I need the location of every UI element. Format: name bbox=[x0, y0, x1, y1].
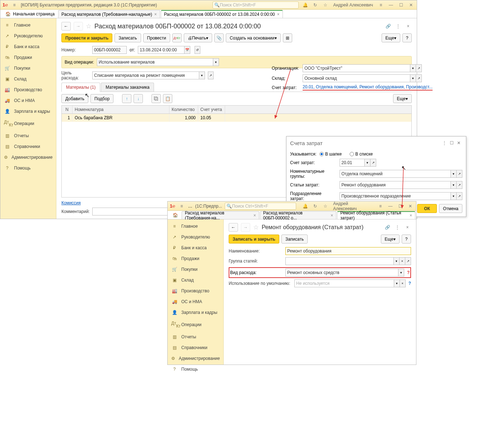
dropdown-icon[interactable]: ▾ bbox=[394, 257, 400, 265]
sidebar-item-main[interactable]: ≡Главное bbox=[0, 20, 56, 31]
close-page-icon[interactable]: × bbox=[405, 23, 412, 30]
sidebar-item-bank[interactable]: ₽Банк и касса bbox=[168, 242, 223, 253]
kebab-icon[interactable]: ⋮ bbox=[395, 23, 402, 30]
save-button[interactable]: Записать bbox=[281, 235, 308, 244]
tab-home[interactable]: 🏠 Начальная страница bbox=[3, 10, 57, 18]
forward-button[interactable]: → bbox=[241, 223, 250, 232]
cost-account-link[interactable]: 20.01, Отделка помещений, Ремонт оборудо… bbox=[303, 84, 433, 91]
sidebar-item-warehouse[interactable]: ▣Склад bbox=[0, 74, 56, 84]
tab-home[interactable]: 🏠 bbox=[170, 211, 181, 219]
sidebar-item-purchases[interactable]: 🛒Покупки bbox=[0, 63, 56, 74]
dropdown-icon[interactable]: ▾ bbox=[365, 159, 370, 167]
clear-icon[interactable]: × bbox=[400, 279, 406, 287]
sidebar-item-production[interactable]: 🏭Производство bbox=[0, 84, 56, 95]
open-icon[interactable]: ↗ bbox=[416, 74, 422, 82]
dropdown-icon[interactable]: ▾ bbox=[451, 170, 457, 178]
sidebar-item-catalogs[interactable]: ▤Справочники bbox=[0, 141, 56, 152]
sidebar-item-hr[interactable]: 👤Зарплата и кадры bbox=[168, 307, 223, 318]
close-icon[interactable]: ✕ bbox=[407, 203, 414, 210]
pick-button[interactable]: Подбор bbox=[90, 94, 113, 103]
tab-document[interactable]: Расход материалов 00БП-000002 о...× bbox=[260, 211, 336, 219]
tab-close-icon[interactable]: × bbox=[253, 213, 256, 218]
link-icon[interactable]: 🔗 bbox=[384, 23, 392, 30]
sidebar-item-admin[interactable]: ⚙Администрирование bbox=[168, 353, 223, 364]
popup-cancel-button[interactable]: Отмена bbox=[439, 204, 462, 213]
post-button[interactable]: Провести bbox=[143, 33, 170, 42]
subtab-materials[interactable]: Материалы (1) bbox=[61, 83, 100, 92]
tab-list[interactable]: Расход материалов (Требования-накладные)… bbox=[58, 10, 160, 18]
date-input[interactable]: 13.08.2024 0:00:00 bbox=[138, 46, 185, 54]
more-button[interactable]: Еще ▾ bbox=[382, 33, 400, 42]
purpose-input[interactable]: Списание материалов на ремонт помещения bbox=[92, 71, 199, 79]
dropdown-icon[interactable]: ▾ bbox=[451, 181, 457, 189]
create-based-button[interactable]: Создать на основании ▾ bbox=[226, 33, 281, 42]
paste-icon[interactable]: 📋 bbox=[163, 94, 172, 103]
user-name[interactable]: Андрей Алексеевич bbox=[332, 3, 374, 8]
bell-icon[interactable]: 🔔 bbox=[302, 203, 309, 210]
radio-list[interactable]: В списке bbox=[350, 152, 373, 157]
dropdown-icon[interactable]: ▾ bbox=[199, 71, 205, 79]
sidebar-item-main[interactable]: ≡Главное bbox=[168, 221, 223, 232]
tab-close-icon[interactable]: × bbox=[331, 213, 333, 218]
field-help-icon[interactable]: ? bbox=[409, 281, 411, 286]
sidebar-item-bank[interactable]: ₽Банк и касса bbox=[0, 41, 56, 52]
grp-input[interactable] bbox=[285, 257, 394, 265]
history-icon[interactable]: ↻ bbox=[312, 203, 319, 210]
post-and-close-button[interactable]: Провести и закрыть bbox=[61, 33, 112, 42]
calendar-icon[interactable]: 📅 bbox=[185, 46, 190, 54]
tab-close-icon[interactable]: × bbox=[410, 213, 412, 218]
move-up-icon[interactable]: ↑ bbox=[122, 94, 131, 103]
dropdown-icon[interactable]: ▾ bbox=[410, 74, 416, 82]
dropdown-icon[interactable]: ▾ bbox=[213, 58, 219, 66]
more-button[interactable]: Еще ▾ bbox=[381, 235, 400, 244]
bell-icon[interactable]: 🔔 bbox=[302, 1, 309, 9]
user-name[interactable]: Андрей Алексеевич bbox=[332, 201, 374, 211]
settings-icon[interactable]: ≡ bbox=[377, 1, 384, 9]
name-input[interactable]: Ремонт оборудования bbox=[285, 247, 411, 255]
dropdown-icon[interactable]: ▾ bbox=[398, 269, 404, 277]
tab-document[interactable]: Расход материалов 00БП-000002 от 13.08.2… bbox=[161, 10, 283, 18]
sidebar-item-manager[interactable]: ↗Руководителю bbox=[0, 31, 56, 41]
help-button[interactable]: ? bbox=[402, 235, 411, 244]
sidebar-item-production[interactable]: 🏭Производство bbox=[168, 286, 223, 296]
sidebar-item-catalogs[interactable]: ▤Справочники bbox=[168, 342, 223, 353]
copy-icon[interactable]: ⿻ bbox=[151, 94, 161, 103]
grid-more-button[interactable]: Еще ▾ bbox=[393, 94, 412, 103]
help-button[interactable]: ? bbox=[402, 33, 412, 42]
sidebar-item-manager[interactable]: ↗Руководителю bbox=[168, 232, 223, 242]
table-row[interactable]: 1 Ось барабана ZBR 1,000 10.05 bbox=[62, 114, 411, 122]
popup-maximize-icon[interactable]: ☐ bbox=[448, 139, 455, 147]
save-and-close-button[interactable]: Записать и закрыть bbox=[229, 235, 279, 244]
sidebar-item-purchases[interactable]: 🛒Покупки bbox=[168, 264, 223, 275]
kind-input[interactable]: Ремонт основных средств bbox=[285, 269, 398, 277]
use-input[interactable]: Не используется bbox=[294, 279, 394, 287]
star-icon[interactable]: ☆ bbox=[322, 1, 329, 9]
close-icon[interactable]: ✕ bbox=[407, 1, 415, 9]
operation-input[interactable]: Использование материалов bbox=[97, 58, 213, 66]
dropdown-icon[interactable]: ▾ bbox=[451, 192, 457, 200]
org-input[interactable]: ООО "СтройТрест" bbox=[303, 64, 410, 72]
move-down-icon[interactable]: ↓ bbox=[134, 94, 143, 103]
tab-close-icon[interactable]: × bbox=[154, 12, 157, 17]
close-page-icon[interactable]: × bbox=[404, 224, 411, 231]
wh-input[interactable]: Основной склад bbox=[303, 74, 410, 82]
sidebar-item-reports[interactable]: ▥Отчеты bbox=[0, 130, 56, 141]
maximize-icon[interactable]: ☐ bbox=[397, 203, 404, 210]
commission-link[interactable]: Комиссия bbox=[61, 200, 81, 205]
link-icon[interactable]: 🔗 bbox=[384, 224, 391, 231]
minimize-icon[interactable]: — bbox=[387, 203, 394, 210]
star-icon[interactable]: ☆ bbox=[322, 203, 329, 210]
popup-grp-input[interactable]: Отделка помещений bbox=[340, 170, 451, 178]
open-icon[interactable]: ↗ bbox=[457, 170, 462, 178]
open-icon[interactable]: ↗ bbox=[370, 159, 376, 167]
tab-cost-item[interactable]: Ремонт оборудования (Статья затрат)× bbox=[337, 211, 415, 219]
sidebar-item-assets[interactable]: 🚚ОС и НМА bbox=[0, 95, 56, 106]
save-button[interactable]: Записать bbox=[115, 33, 141, 42]
sidebar-item-help[interactable]: ?Помощь bbox=[168, 364, 223, 375]
back-button[interactable]: ← bbox=[61, 22, 71, 31]
popup-item-input[interactable]: Ремонт оборудования bbox=[340, 181, 451, 189]
popup-ok-button[interactable]: ОК bbox=[417, 204, 437, 213]
sidebar-item-reports[interactable]: ▥Отчеты bbox=[168, 332, 223, 342]
back-button[interactable]: ← bbox=[229, 223, 238, 232]
history-icon[interactable]: ↻ bbox=[312, 1, 319, 9]
